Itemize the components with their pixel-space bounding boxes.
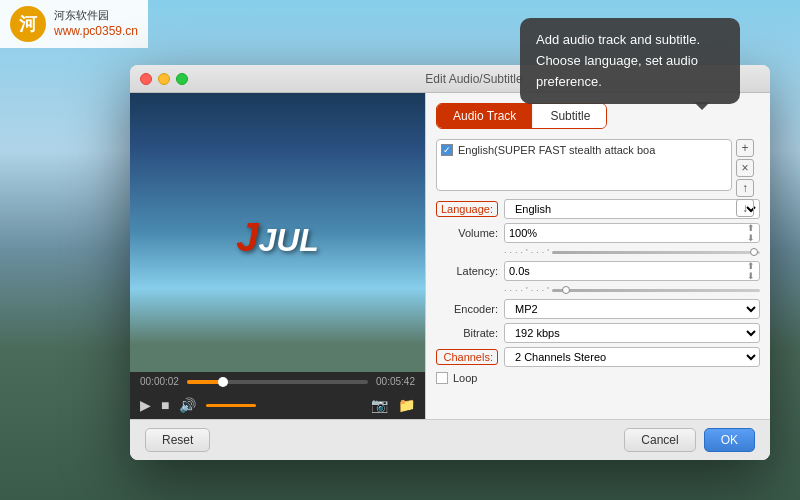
track-list: ✓ English(SUPER FAST stealth attack boa [436, 139, 732, 191]
maximize-button[interactable] [176, 73, 188, 85]
bitrate-field: 192 kbps [504, 323, 760, 343]
encoder-select[interactable]: MP2 [504, 299, 760, 319]
window-buttons [140, 73, 188, 85]
latency-track[interactable] [552, 289, 760, 292]
controls-bar: ▶ ■ 🔊 📷 📁 [130, 391, 425, 419]
latency-field: 0.0s ⬆⬇ [504, 261, 760, 281]
volume-field: 100% ⬆⬇ [504, 223, 760, 243]
language-select[interactable]: English [504, 199, 760, 219]
move-up-button[interactable]: ↑ [736, 179, 754, 197]
volume-input[interactable]: 100% ⬆⬇ [504, 223, 760, 243]
add-track-button[interactable]: + [736, 139, 754, 157]
progress-bar-area: 00:00:02 00:05:42 [130, 372, 425, 391]
encoder-field: MP2 [504, 299, 760, 319]
volume-slider[interactable] [206, 404, 256, 407]
remove-track-button[interactable]: × [736, 159, 754, 177]
encoder-label: Encoder: [436, 303, 498, 315]
channels-field: 2 Channels Stereo [504, 347, 760, 367]
close-button[interactable] [140, 73, 152, 85]
progress-thumb [218, 377, 228, 387]
track-list-wrap: ✓ English(SUPER FAST stealth attack boa … [436, 139, 732, 199]
loop-label: Loop [453, 372, 477, 384]
bottom-bar: Reset Cancel OK [130, 419, 770, 460]
reset-button[interactable]: Reset [145, 428, 210, 452]
video-screen: JJUL [130, 93, 425, 372]
tab-subtitle[interactable]: Subtitle [534, 104, 606, 128]
right-panel: Audio Track Subtitle ✓ English(SUPER FAS… [425, 93, 770, 419]
volume-icon: 🔊 [179, 397, 196, 413]
main-window: Edit Audio/Subtitle JJUL 00:00:02 00:05:… [130, 65, 770, 460]
loop-row: Loop [436, 372, 760, 384]
track-list-buttons: + × ↑ ↓ [736, 139, 754, 217]
watermark-logo: 河 [10, 6, 46, 42]
channels-select[interactable]: 2 Channels Stereo [504, 347, 760, 367]
time-total: 00:05:42 [376, 376, 415, 387]
tabs-row: Audio Track Subtitle [436, 103, 607, 129]
video-panel: JJUL 00:00:02 00:05:42 ▶ ■ 🔊 📷 📁 [130, 93, 425, 419]
channels-label: Channels: [436, 349, 498, 365]
track-item: ✓ English(SUPER FAST stealth attack boa [441, 144, 655, 156]
language-label: Language: [436, 201, 498, 217]
folder-icon[interactable]: 📁 [398, 397, 415, 413]
latency-slider-row: · · · · ' · · · ' [504, 285, 760, 295]
progress-track[interactable] [187, 380, 368, 384]
volume-track[interactable] [552, 251, 760, 254]
time-current: 00:00:02 [140, 376, 179, 387]
loop-checkbox[interactable] [436, 372, 448, 384]
form-grid: Language: English Volume: 100% ⬆⬇ [436, 199, 760, 367]
bitrate-label: Bitrate: [436, 327, 498, 339]
track-label: English(SUPER FAST stealth attack boa [458, 144, 655, 156]
volume-slider-row: · · · · ' · · · ' [504, 247, 760, 257]
volume-label: Volume: [436, 227, 498, 239]
tooltip-bubble: Add audio track and subtitle. Choose lan… [520, 18, 740, 104]
minimize-button[interactable] [158, 73, 170, 85]
latency-input[interactable]: 0.0s ⬆⬇ [504, 261, 760, 281]
cancel-button[interactable]: Cancel [624, 428, 695, 452]
play-button[interactable]: ▶ [140, 397, 151, 413]
screenshot-icon[interactable]: 📷 [371, 397, 388, 413]
bitrate-select[interactable]: 192 kbps [504, 323, 760, 343]
track-checkbox[interactable]: ✓ [441, 144, 453, 156]
move-down-button[interactable]: ↓ [736, 199, 754, 217]
watermark: 河 河东软件园 www.pc0359.cn [0, 0, 148, 48]
video-logo: JJUL [236, 215, 319, 260]
watermark-text: 河东软件园 www.pc0359.cn [54, 8, 138, 40]
language-field: English [504, 199, 760, 219]
tab-audio-track[interactable]: Audio Track [437, 104, 532, 128]
content-area: JJUL 00:00:02 00:05:42 ▶ ■ 🔊 📷 📁 [130, 93, 770, 419]
latency-label: Latency: [436, 265, 498, 277]
ok-button[interactable]: OK [704, 428, 755, 452]
stop-button[interactable]: ■ [161, 397, 169, 413]
